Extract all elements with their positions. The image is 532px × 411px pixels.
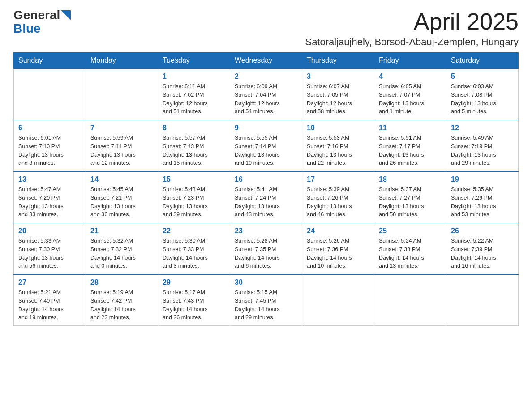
day-number: 24 [307, 227, 369, 235]
day-info: Sunrise: 5:22 AM Sunset: 7:39 PM Dayligh… [451, 237, 514, 270]
day-number: 25 [379, 227, 442, 235]
week-row-5: 27Sunrise: 5:21 AM Sunset: 7:40 PM Dayli… [14, 274, 519, 326]
day-info: Sunrise: 5:59 AM Sunset: 7:11 PM Dayligh… [90, 134, 153, 167]
week-row-3: 13Sunrise: 5:47 AM Sunset: 7:20 PM Dayli… [14, 171, 519, 223]
day-info: Sunrise: 6:07 AM Sunset: 7:05 PM Dayligh… [307, 82, 369, 116]
day-number: 20 [18, 227, 81, 235]
calendar-cell: 10Sunrise: 5:53 AM Sunset: 7:16 PM Dayli… [302, 120, 374, 171]
day-info: Sunrise: 5:21 AM Sunset: 7:40 PM Dayligh… [18, 288, 81, 322]
calendar-header-row: SundayMondayTuesdayWednesdayThursdayFrid… [14, 53, 519, 69]
header-friday: Friday [374, 53, 446, 69]
calendar-cell [86, 68, 158, 120]
week-row-4: 20Sunrise: 5:33 AM Sunset: 7:30 PM Dayli… [14, 223, 519, 274]
day-number: 15 [163, 176, 225, 184]
day-number: 28 [90, 278, 153, 287]
calendar-cell: 23Sunrise: 5:28 AM Sunset: 7:35 PM Dayli… [230, 223, 302, 274]
calendar-cell: 28Sunrise: 5:19 AM Sunset: 7:42 PM Dayli… [86, 274, 158, 326]
calendar-cell: 11Sunrise: 5:51 AM Sunset: 7:17 PM Dayli… [374, 120, 446, 171]
calendar-cell: 13Sunrise: 5:47 AM Sunset: 7:20 PM Dayli… [14, 171, 86, 223]
calendar-cell: 15Sunrise: 5:43 AM Sunset: 7:23 PM Dayli… [158, 171, 230, 223]
header-wednesday: Wednesday [230, 53, 302, 69]
calendar-cell: 27Sunrise: 5:21 AM Sunset: 7:40 PM Dayli… [14, 274, 86, 326]
day-number: 6 [18, 124, 81, 132]
title-area: April 2025 Satoraljaujhely, Borsod-Abauj… [305, 9, 519, 48]
day-number: 7 [90, 124, 153, 132]
calendar-cell: 8Sunrise: 5:57 AM Sunset: 7:13 PM Daylig… [158, 120, 230, 171]
day-number: 17 [307, 176, 369, 184]
calendar-cell: 20Sunrise: 5:33 AM Sunset: 7:30 PM Dayli… [14, 223, 86, 274]
calendar-cell: 7Sunrise: 5:59 AM Sunset: 7:11 PM Daylig… [86, 120, 158, 171]
week-row-1: 1Sunrise: 6:11 AM Sunset: 7:02 PM Daylig… [14, 68, 519, 120]
calendar-cell: 25Sunrise: 5:24 AM Sunset: 7:38 PM Dayli… [374, 223, 446, 274]
day-number: 12 [451, 124, 514, 132]
day-info: Sunrise: 5:33 AM Sunset: 7:30 PM Dayligh… [18, 237, 81, 270]
day-info: Sunrise: 5:32 AM Sunset: 7:32 PM Dayligh… [90, 237, 153, 270]
day-number: 21 [90, 227, 153, 235]
day-info: Sunrise: 6:01 AM Sunset: 7:10 PM Dayligh… [18, 134, 81, 167]
day-info: Sunrise: 5:35 AM Sunset: 7:29 PM Dayligh… [451, 185, 514, 219]
day-number: 30 [235, 278, 297, 287]
header-sunday: Sunday [14, 53, 86, 69]
logo-triangle-icon [61, 10, 71, 20]
day-info: Sunrise: 5:39 AM Sunset: 7:26 PM Dayligh… [307, 185, 369, 219]
day-number: 18 [379, 176, 442, 184]
calendar-cell [302, 274, 374, 326]
logo-general: General [13, 9, 60, 21]
day-number: 3 [307, 73, 369, 81]
day-info: Sunrise: 6:05 AM Sunset: 7:07 PM Dayligh… [379, 82, 442, 116]
day-info: Sunrise: 5:37 AM Sunset: 7:27 PM Dayligh… [379, 185, 442, 219]
calendar-cell: 5Sunrise: 6:03 AM Sunset: 7:08 PM Daylig… [446, 68, 519, 120]
calendar-cell [374, 274, 446, 326]
day-info: Sunrise: 5:53 AM Sunset: 7:16 PM Dayligh… [307, 134, 369, 167]
day-number: 13 [18, 176, 81, 184]
day-info: Sunrise: 5:30 AM Sunset: 7:33 PM Dayligh… [163, 237, 225, 270]
calendar-cell: 2Sunrise: 6:09 AM Sunset: 7:04 PM Daylig… [230, 68, 302, 120]
day-info: Sunrise: 5:19 AM Sunset: 7:42 PM Dayligh… [90, 288, 153, 322]
day-number: 29 [163, 278, 225, 287]
day-info: Sunrise: 5:49 AM Sunset: 7:19 PM Dayligh… [451, 134, 514, 167]
day-info: Sunrise: 6:03 AM Sunset: 7:08 PM Dayligh… [451, 82, 514, 116]
header-saturday: Saturday [446, 53, 519, 69]
calendar-cell: 16Sunrise: 5:41 AM Sunset: 7:24 PM Dayli… [230, 171, 302, 223]
day-info: Sunrise: 5:43 AM Sunset: 7:23 PM Dayligh… [163, 185, 225, 219]
day-info: Sunrise: 6:09 AM Sunset: 7:04 PM Dayligh… [235, 82, 297, 116]
day-number: 16 [235, 176, 297, 184]
day-info: Sunrise: 5:55 AM Sunset: 7:14 PM Dayligh… [235, 134, 297, 167]
page-header: General Blue April 2025 Satoraljaujhely,… [13, 9, 519, 48]
week-row-2: 6Sunrise: 6:01 AM Sunset: 7:10 PM Daylig… [14, 120, 519, 171]
calendar-cell: 12Sunrise: 5:49 AM Sunset: 7:19 PM Dayli… [446, 120, 519, 171]
day-info: Sunrise: 5:26 AM Sunset: 7:36 PM Dayligh… [307, 237, 369, 270]
day-number: 8 [163, 124, 225, 132]
calendar-cell: 22Sunrise: 5:30 AM Sunset: 7:33 PM Dayli… [158, 223, 230, 274]
day-number: 2 [235, 73, 297, 81]
day-number: 10 [307, 124, 369, 132]
month-title: April 2025 [305, 9, 519, 34]
day-number: 27 [18, 278, 81, 287]
day-info: Sunrise: 5:51 AM Sunset: 7:17 PM Dayligh… [379, 134, 442, 167]
calendar-cell: 30Sunrise: 5:15 AM Sunset: 7:45 PM Dayli… [230, 274, 302, 326]
header-tuesday: Tuesday [158, 53, 230, 69]
calendar-cell [446, 274, 519, 326]
location-title: Satoraljaujhely, Borsod-Abauj-Zemplen, H… [305, 36, 519, 48]
day-info: Sunrise: 5:47 AM Sunset: 7:20 PM Dayligh… [18, 185, 81, 219]
calendar-cell: 24Sunrise: 5:26 AM Sunset: 7:36 PM Dayli… [302, 223, 374, 274]
day-info: Sunrise: 5:28 AM Sunset: 7:35 PM Dayligh… [235, 237, 297, 270]
calendar-table: SundayMondayTuesdayWednesdayThursdayFrid… [13, 52, 519, 326]
day-number: 5 [451, 73, 514, 81]
calendar-cell [14, 68, 86, 120]
calendar-cell: 26Sunrise: 5:22 AM Sunset: 7:39 PM Dayli… [446, 223, 519, 274]
day-number: 19 [451, 176, 514, 184]
header-thursday: Thursday [302, 53, 374, 69]
calendar-cell: 17Sunrise: 5:39 AM Sunset: 7:26 PM Dayli… [302, 171, 374, 223]
day-number: 11 [379, 124, 442, 132]
logo-blue: Blue [13, 21, 41, 36]
day-info: Sunrise: 5:45 AM Sunset: 7:21 PM Dayligh… [90, 185, 153, 219]
day-info: Sunrise: 5:57 AM Sunset: 7:13 PM Dayligh… [163, 134, 225, 167]
calendar-cell: 6Sunrise: 6:01 AM Sunset: 7:10 PM Daylig… [14, 120, 86, 171]
calendar-cell: 9Sunrise: 5:55 AM Sunset: 7:14 PM Daylig… [230, 120, 302, 171]
day-info: Sunrise: 6:11 AM Sunset: 7:02 PM Dayligh… [163, 82, 225, 116]
day-number: 1 [163, 73, 225, 81]
calendar-cell: 18Sunrise: 5:37 AM Sunset: 7:27 PM Dayli… [374, 171, 446, 223]
calendar-cell: 14Sunrise: 5:45 AM Sunset: 7:21 PM Dayli… [86, 171, 158, 223]
day-number: 26 [451, 227, 514, 235]
